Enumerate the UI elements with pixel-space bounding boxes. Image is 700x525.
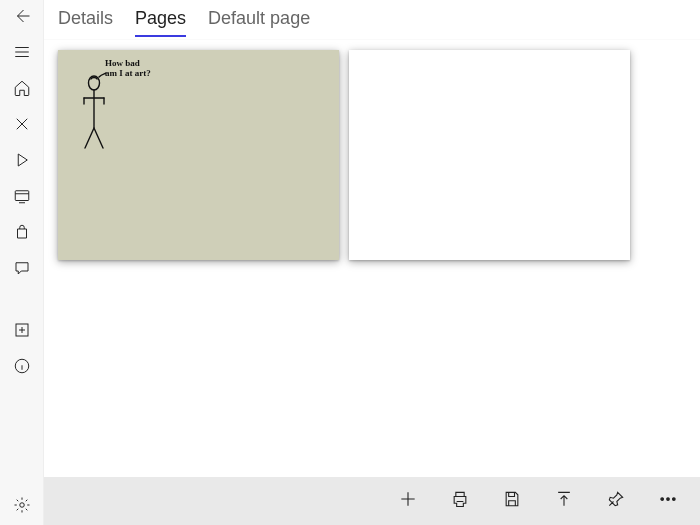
add-square-icon bbox=[13, 321, 31, 343]
svg-point-6 bbox=[667, 498, 670, 501]
svg-rect-0 bbox=[15, 191, 29, 201]
sketch-text: How bad am I at art? bbox=[105, 58, 151, 78]
sidebar bbox=[0, 0, 44, 525]
save-button[interactable] bbox=[498, 487, 526, 515]
export-button[interactable] bbox=[550, 487, 578, 515]
shuffle-icon bbox=[13, 115, 31, 137]
info-icon bbox=[13, 357, 31, 379]
main: Details Pages Default page bbox=[44, 0, 700, 525]
home-button[interactable] bbox=[0, 72, 44, 108]
more-button[interactable] bbox=[654, 487, 682, 515]
app-root: Details Pages Default page bbox=[0, 0, 700, 525]
chat-icon bbox=[13, 259, 31, 281]
add-button[interactable] bbox=[394, 487, 422, 515]
page-thumbnail-2[interactable] bbox=[349, 50, 630, 260]
save-icon bbox=[502, 489, 522, 513]
print-button[interactable] bbox=[446, 487, 474, 515]
page-thumbnail-1[interactable]: How bad am I at art? bbox=[58, 50, 339, 260]
back-button[interactable] bbox=[0, 0, 44, 36]
screen-button[interactable] bbox=[0, 180, 44, 216]
svg-point-3 bbox=[20, 503, 25, 508]
sidebar-spacer bbox=[0, 288, 43, 314]
sketch-text-line1: How bad bbox=[105, 58, 140, 68]
home-icon bbox=[13, 79, 31, 101]
more-icon bbox=[658, 489, 678, 513]
page-grid: How bad am I at art? bbox=[44, 40, 700, 477]
info-button[interactable] bbox=[0, 350, 44, 386]
tab-bar: Details Pages Default page bbox=[44, 0, 700, 40]
play-button[interactable] bbox=[0, 144, 44, 180]
svg-point-7 bbox=[673, 498, 676, 501]
play-icon bbox=[13, 151, 31, 173]
pin-icon bbox=[606, 489, 626, 513]
add-page-button[interactable] bbox=[0, 314, 44, 350]
sketch-drawing: How bad am I at art? bbox=[58, 50, 339, 260]
add-icon bbox=[398, 489, 418, 513]
settings-icon bbox=[13, 496, 31, 518]
store-button[interactable] bbox=[0, 216, 44, 252]
bottom-toolbar bbox=[44, 477, 700, 525]
chat-button[interactable] bbox=[0, 252, 44, 288]
back-icon bbox=[13, 7, 31, 29]
shuffle-button[interactable] bbox=[0, 108, 44, 144]
export-up-icon bbox=[554, 489, 574, 513]
sidebar-bottom bbox=[0, 489, 43, 525]
menu-button[interactable] bbox=[0, 36, 44, 72]
box-icon bbox=[13, 223, 31, 245]
settings-button[interactable] bbox=[0, 489, 44, 525]
pin-button[interactable] bbox=[602, 487, 630, 515]
tab-pages[interactable]: Pages bbox=[135, 6, 186, 37]
print-icon bbox=[450, 489, 470, 513]
tab-default-page[interactable]: Default page bbox=[208, 6, 310, 35]
screen-icon bbox=[13, 187, 31, 209]
tab-details[interactable]: Details bbox=[58, 6, 113, 35]
menu-icon bbox=[13, 43, 31, 65]
sidebar-top bbox=[0, 0, 43, 386]
sketch-text-line2: am I at art? bbox=[105, 68, 151, 78]
svg-point-5 bbox=[661, 498, 664, 501]
